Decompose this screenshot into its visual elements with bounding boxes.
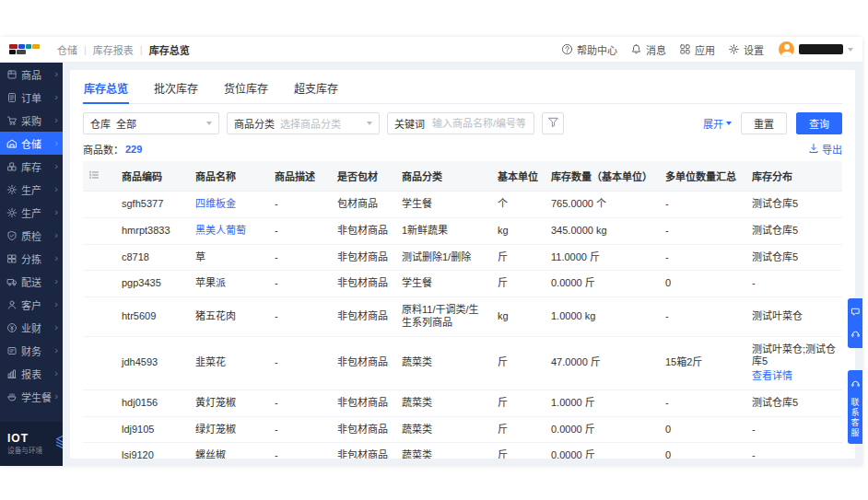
sidebar-item-student-meal[interactable]: 学生餐› [0, 385, 63, 408]
download-icon [808, 143, 819, 154]
sidebar-item-delivery[interactable]: 配送› [0, 270, 63, 293]
cell-name-text: 黄灯笼椒 [195, 397, 236, 408]
cell-category: 蔬菜类 [396, 390, 492, 416]
content-card: 库存总览批次库存货位库存超支库存 仓库 全部 商品分类 选择商品分类 关键词 [70, 70, 855, 459]
search-button[interactable]: 查询 [796, 112, 842, 134]
sidebar-item-label: 商品 [21, 67, 54, 82]
sidebar-item-orders[interactable]: 订单› [0, 86, 63, 109]
cell-desc: - [269, 192, 332, 218]
cell-desc: - [269, 244, 332, 271]
export-label: 导出 [822, 142, 842, 157]
header-action-label: 设置 [744, 42, 764, 57]
cell-multi-text: - [665, 198, 669, 209]
tab-overview[interactable]: 库存总览 [83, 78, 129, 103]
sidebar-item-report[interactable]: 报表› [0, 362, 63, 385]
chevron-right-icon: › [54, 184, 58, 194]
cell-code: sgfh5377 [116, 192, 190, 218]
cell-code-text: hmrpt3833 [122, 225, 170, 236]
sidebar-item-warehouse[interactable]: 仓储› [0, 132, 63, 155]
iot-subtitle: 设备与环境 [7, 445, 42, 455]
breadcrumb-current: 库存总览 [149, 42, 190, 57]
breadcrumb: 仓储 | 库存报表 | 库存总览 [57, 42, 190, 57]
cell-desc: - [269, 271, 332, 297]
sidebar-item-production-2[interactable]: 生产› [0, 201, 63, 224]
header-action-apps[interactable]: 应用 [679, 42, 715, 57]
cell-qty-text: 0.0000 斤 [551, 277, 595, 288]
chevron-right-icon: › [54, 161, 58, 171]
keyword-field[interactable]: 关键词 [387, 112, 534, 134]
cell-qty-text: 11.0000 斤 [551, 251, 600, 262]
breadcrumb-item-1[interactable]: 仓储 [57, 42, 77, 57]
cell-qty-text: 0.0000 斤 [551, 449, 595, 459]
advanced-filter-button[interactable] [542, 112, 564, 134]
sidebar-item-inventory[interactable]: 库存› [0, 155, 63, 178]
sidebar-item-customer[interactable]: 客户› [0, 293, 63, 316]
sidebar-item-sorting[interactable]: 分拣› [0, 247, 63, 270]
cell-dist-text: - [752, 424, 756, 435]
floating-contact-tab[interactable]: 联系客服 [848, 370, 862, 444]
tab-bar: 库存总览批次库存货位库存超支库存 [83, 70, 842, 104]
cell-dist-text: 测试叶菜仓;测试仓库5 [752, 343, 836, 367]
breadcrumb-item-2[interactable]: 库存报表 [93, 42, 134, 57]
cell-name[interactable]: 黑美人葡萄 [190, 217, 269, 244]
category-label: 商品分类 [234, 116, 275, 131]
inventory-table: 商品编码商品名称商品描述是否包材商品分类基本单位库存数量（基本单位）多单位数量汇… [83, 161, 842, 459]
floating-service-tab[interactable] [848, 298, 862, 348]
avatar[interactable] [779, 41, 794, 57]
cell-category: 1新鲜蔬果 [396, 217, 492, 244]
product-count-value: 229 [125, 144, 142, 155]
tab-location[interactable]: 货位库存 [223, 78, 269, 103]
cell-dist-text: - [752, 277, 756, 288]
cell-name[interactable]: 四维板金 [190, 192, 269, 218]
cell-code-text: htr5609 [122, 310, 156, 321]
sorting-icon [6, 253, 18, 264]
user-menu[interactable] [779, 41, 853, 57]
cell-dist: 测试仓库5 [746, 390, 842, 416]
cell-multi-text: 0 [665, 449, 671, 459]
expand-rows-icon [88, 169, 100, 180]
tab-overdraft[interactable]: 超支库存 [293, 78, 339, 103]
sidebar-item-label: 配送 [21, 274, 54, 289]
sidebar-item-production-1[interactable]: 生产› [0, 178, 63, 201]
cell-pack-text: 非包材商品 [337, 277, 388, 288]
top-header: 仓储 | 库存报表 | 库存总览 帮助中心消息应用设置 [0, 37, 862, 63]
app-logo [9, 44, 42, 54]
tab-batch[interactable]: 批次库存 [153, 78, 199, 103]
table-wrapper: 商品编码商品名称商品描述是否包材商品分类基本单位库存数量（基本单位）多单位数量汇… [83, 161, 842, 459]
cell-name: 韭菜花 [190, 336, 269, 390]
cell-category-text: 蔬菜类 [402, 449, 432, 459]
cell-pack: 非包材商品 [332, 244, 396, 271]
sidebar-item-purchase[interactable]: 采购› [0, 109, 63, 132]
sidebar-item-label: 客户 [21, 297, 54, 312]
sidebar-item-goods[interactable]: 商品› [0, 63, 63, 86]
cell-multi: - [660, 192, 746, 218]
chevron-down-icon [726, 122, 732, 125]
cell-unit-text: kg [498, 225, 509, 236]
warehouse-select[interactable]: 仓库 全部 [83, 112, 219, 134]
row-expand-cell [83, 192, 116, 218]
row-expand-cell [83, 390, 116, 416]
iot-panel[interactable]: IOT 设备与环境 [0, 422, 63, 466]
sidebar-item-biz-finance[interactable]: 业财› [0, 316, 63, 339]
reset-button[interactable]: 重置 [741, 112, 787, 134]
chat-icon [850, 307, 861, 317]
chevron-down-icon [848, 48, 853, 52]
header-action-label: 应用 [695, 42, 715, 57]
sidebar-item-qc[interactable]: 质检› [0, 224, 63, 247]
view-detail-link[interactable]: 查看详情 [752, 370, 842, 383]
export-button[interactable]: 导出 [808, 142, 842, 157]
header-action-message[interactable]: 消息 [630, 42, 666, 57]
expand-all-header[interactable] [83, 161, 116, 192]
chevron-right-icon: › [54, 230, 58, 240]
header-action-help[interactable]: 帮助中心 [561, 42, 617, 57]
cell-qty: 0.0000 斤 [545, 443, 660, 459]
keyword-input[interactable] [430, 117, 527, 130]
chevron-right-icon: › [54, 253, 58, 263]
header-action-settings[interactable]: 设置 [728, 42, 764, 57]
expand-filters-link[interactable]: 展开 [703, 116, 732, 131]
delivery-icon [6, 276, 18, 287]
sidebar-item-finance[interactable]: 财务› [0, 339, 63, 362]
cell-qty-text: 47.0000 斤 [551, 356, 601, 367]
category-select[interactable]: 商品分类 选择商品分类 [227, 112, 380, 134]
cell-dist: - [746, 271, 842, 297]
